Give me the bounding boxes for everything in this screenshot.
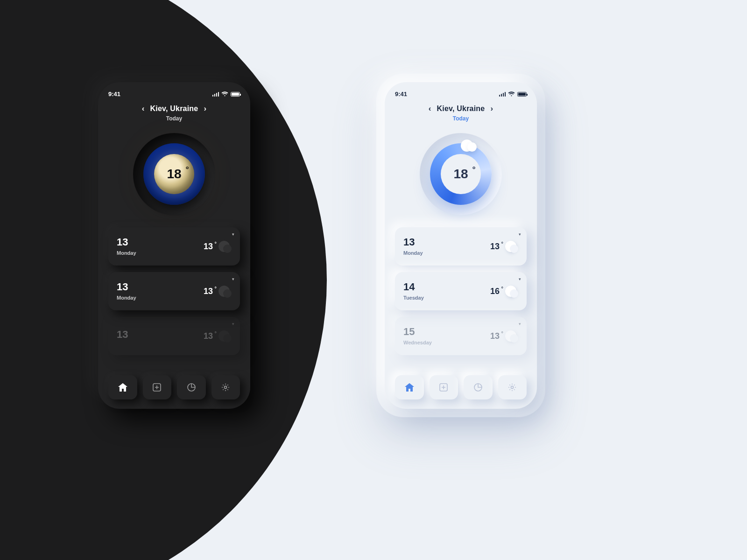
status-time: 9:41	[395, 91, 407, 98]
forecast-temp: 13	[204, 287, 213, 296]
moon-icon: 18°	[154, 154, 194, 194]
notch	[428, 82, 493, 93]
plus-square-icon	[153, 383, 161, 392]
forecast-date: 14	[403, 282, 424, 292]
cloud-icon	[502, 330, 518, 342]
svg-point-2	[225, 386, 227, 388]
wifi-icon	[508, 91, 515, 97]
nav-stats-button[interactable]	[464, 375, 493, 399]
prev-location-button[interactable]: ‹	[142, 104, 145, 113]
forecast-temp: 13	[490, 331, 500, 341]
forecast-card[interactable]: ▾ 15 Wednesday 13°	[395, 317, 527, 355]
nav-stats-button[interactable]	[177, 375, 206, 399]
home-icon	[405, 383, 414, 392]
header: ‹ Kiev, Ukraine › Today	[108, 104, 240, 122]
expand-icon[interactable]: ▾	[519, 277, 521, 281]
forecast-temp: 16	[490, 287, 500, 296]
forecast-list[interactable]: ▾ 13 Monday 13° ▾ 13 Monday 13° ▾	[108, 227, 240, 368]
pie-chart-icon	[474, 383, 482, 392]
next-location-button[interactable]: ›	[204, 104, 206, 113]
gear-icon	[508, 383, 516, 392]
wifi-icon	[221, 91, 228, 97]
expand-icon[interactable]: ▾	[519, 232, 521, 237]
forecast-day: Monday	[117, 295, 136, 301]
cloud-icon	[461, 139, 481, 152]
signal-icon	[212, 92, 219, 97]
dial-ring: 18°	[430, 143, 492, 205]
forecast-day: Monday	[403, 250, 423, 256]
plus-square-icon	[439, 383, 448, 392]
expand-icon[interactable]: ▾	[519, 322, 521, 326]
expand-icon[interactable]: ▾	[232, 322, 234, 326]
bottom-nav	[108, 375, 240, 399]
status-time: 9:41	[108, 91, 120, 98]
expand-icon[interactable]: ▾	[232, 277, 234, 281]
phone-dark: 9:41 ‹ Kiev, Ukraine › Today 18° ▾ 13 Mo…	[98, 82, 250, 409]
forecast-card[interactable]: ▾ 13 Monday 13°	[395, 227, 527, 266]
bottom-nav	[395, 375, 527, 399]
forecast-date: 15	[403, 327, 432, 337]
dial-center: 18°	[441, 154, 481, 194]
forecast-date: 13	[117, 237, 136, 247]
phone-light: 9:41 ‹ Kiev, Ukraine › Today 18° ▾ 13 Mo…	[385, 82, 537, 409]
forecast-date: 13	[117, 329, 128, 340]
forecast-date: 13	[117, 282, 136, 292]
expand-icon[interactable]: ▾	[232, 232, 234, 237]
signal-icon	[499, 92, 506, 97]
next-location-button[interactable]: ›	[490, 104, 493, 113]
notch	[141, 82, 207, 93]
temperature-dial: 18°	[133, 133, 215, 215]
forecast-list[interactable]: ▾ 13 Monday 13° ▾ 14 Tuesday 16° ▾	[395, 227, 527, 368]
nav-add-button[interactable]	[430, 375, 458, 399]
forecast-card[interactable]: ▾ 13 13°	[108, 317, 240, 355]
header: ‹ Kiev, Ukraine › Today	[395, 104, 527, 122]
nav-home-button[interactable]	[108, 375, 137, 399]
cloud-icon	[502, 286, 518, 297]
cloud-icon	[502, 241, 518, 252]
forecast-temp: 13	[490, 242, 500, 251]
temperature-dial: 18°	[420, 133, 502, 215]
gear-icon	[221, 383, 230, 392]
nav-add-button[interactable]	[143, 375, 172, 399]
location-title[interactable]: Kiev, Ukraine	[150, 105, 198, 113]
nav-home-button[interactable]	[395, 375, 424, 399]
nav-settings-button[interactable]	[498, 375, 527, 399]
subtitle-today: Today	[395, 115, 527, 122]
forecast-day: Wednesday	[403, 340, 432, 345]
svg-point-5	[511, 386, 514, 388]
prev-location-button[interactable]: ‹	[429, 104, 431, 113]
cloud-icon	[216, 241, 232, 252]
forecast-card[interactable]: ▾ 14 Tuesday 16°	[395, 272, 527, 310]
forecast-card[interactable]: ▾ 13 Monday 13°	[108, 227, 240, 266]
forecast-day: Monday	[117, 250, 136, 256]
forecast-card[interactable]: ▾ 13 Monday 13°	[108, 272, 240, 310]
cloud-icon	[216, 330, 232, 342]
forecast-temp: 13	[204, 242, 213, 251]
subtitle-today: Today	[108, 115, 240, 122]
current-temp: 18	[167, 167, 181, 181]
current-temp: 18	[453, 167, 468, 181]
forecast-day: Tuesday	[403, 295, 424, 301]
location-title[interactable]: Kiev, Ukraine	[437, 105, 485, 113]
battery-icon	[517, 92, 527, 97]
dial-ring: 18°	[143, 143, 205, 205]
home-icon	[118, 383, 127, 392]
nav-settings-button[interactable]	[211, 375, 240, 399]
battery-icon	[231, 92, 240, 97]
cloud-icon	[216, 286, 232, 297]
forecast-temp: 13	[204, 331, 213, 341]
pie-chart-icon	[187, 383, 196, 392]
forecast-date: 13	[403, 237, 423, 247]
